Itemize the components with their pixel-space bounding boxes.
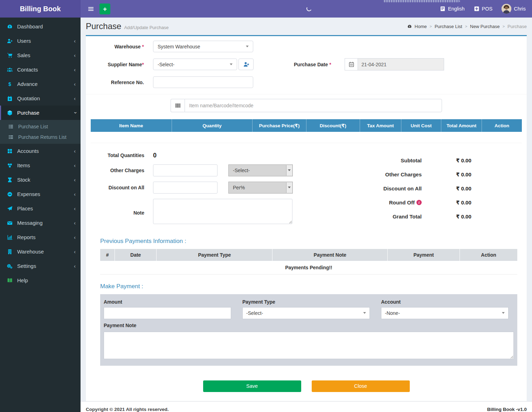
caret-down-icon (288, 169, 291, 171)
sidebar-item-contacts[interactable]: Contacts ‹ (0, 62, 81, 77)
items-table-empty-row (91, 132, 522, 143)
close-button[interactable]: Close (312, 380, 410, 392)
add-supplier-button[interactable] (239, 59, 254, 70)
breadcrumb: Home > Purchase List > New Purchase > Pu… (407, 24, 527, 29)
user-menu[interactable]: Chris (502, 0, 526, 18)
caret-down-icon (230, 63, 233, 65)
cube-icon (6, 110, 13, 116)
supplier-select-value: -Select- (158, 62, 174, 67)
breadcrumb-purchase-list[interactable]: Purchase List (435, 24, 462, 29)
breadcrumb-current: Purchase (507, 24, 527, 29)
building-icon (6, 249, 13, 255)
add-supplier-icon (243, 61, 250, 67)
subtotal-label: Subtotal (344, 157, 422, 163)
purchase-date-input[interactable] (358, 58, 444, 70)
sidebar-item-label: Accounts (17, 148, 39, 154)
pos-plus-icon (474, 6, 479, 12)
page-title: Purchase (86, 21, 121, 31)
save-button[interactable]: Save (203, 380, 301, 392)
sidebar-item-sales[interactable]: Sales ‹ (0, 48, 81, 62)
sidebar-item-places[interactable]: Places ‹ (0, 201, 81, 216)
chevron-left-icon: ‹ (74, 235, 76, 240)
sidebar-item-label: Dashboard (17, 23, 43, 29)
other-charges-input[interactable] (153, 164, 217, 176)
warehouse-select[interactable]: System Warehouse (153, 41, 253, 52)
chevron-left-icon: ‹ (74, 81, 76, 87)
account-select[interactable]: -None- (381, 307, 509, 319)
barcode-icon (175, 103, 181, 108)
content-area: PurchaseAdd/Update Purchase Home > Purch… (81, 18, 532, 412)
sidebar-item-help[interactable]: Help (0, 273, 81, 288)
sidebar-item-quotation[interactable]: Quotation ‹ (0, 91, 81, 106)
minus-circle-icon (6, 191, 13, 197)
chevron-left-icon: ‹ (74, 220, 76, 225)
app-logo[interactable]: Billing Book (0, 0, 81, 18)
item-search-input[interactable] (185, 99, 442, 112)
sidebar-item-accounts[interactable]: Accounts ‹ (0, 144, 81, 158)
sidebar-item-label: Warehouse (17, 249, 44, 255)
note-textarea[interactable] (153, 199, 292, 224)
summary-row-grand-total: Grand Total ₹ 0.00 (344, 210, 495, 224)
info-icon[interactable]: i (416, 200, 422, 205)
chevron-down-icon: ‹ (72, 112, 77, 114)
breadcrumb-new-purchase[interactable]: New Purchase (470, 24, 500, 29)
footer: Copyright © 2021 All rights reserved. Bi… (81, 401, 532, 412)
sidebar-item-stock[interactable]: Stock ‹ (0, 173, 81, 187)
payment-note-textarea[interactable] (104, 332, 514, 359)
language-menu[interactable]: English (440, 0, 465, 18)
totals-summary: Subtotal ₹ 0.00 Other Charges ₹ 0.00 Dis… (344, 152, 495, 229)
breadcrumb-home[interactable]: Home (415, 24, 427, 29)
account-select-value: -None- (385, 310, 400, 316)
page-title-block: PurchaseAdd/Update Purchase (86, 21, 169, 31)
payment-type-select[interactable]: -Select- (242, 307, 370, 319)
item-search-group (171, 99, 442, 112)
discount-on-all-input[interactable] (153, 182, 217, 194)
sidebar-item-purchase-list[interactable]: Purchase List (0, 121, 81, 132)
sidebar-item-advance[interactable]: $ Advance ‹ (0, 77, 81, 91)
sidebar-item-dashboard[interactable]: Dashboard (0, 19, 81, 34)
reference-input[interactable] (153, 76, 253, 88)
sidebar-item-users[interactable]: Users ‹ (0, 34, 81, 48)
breadcrumb-separator: > (429, 24, 431, 28)
sidebar-item-reports[interactable]: Reports ‹ (0, 230, 81, 244)
sidebar-item-label: Purchase List (18, 124, 48, 129)
grid-icon (6, 148, 13, 154)
discount-type-select[interactable]: Per% (228, 182, 293, 194)
calendar-icon (349, 62, 354, 67)
sidebar-item-purchase[interactable]: Purchase ‹ (0, 106, 81, 120)
sidebar-item-label: Quotation (17, 95, 40, 101)
sidebar-item-messaging[interactable]: Messaging ‹ (0, 216, 81, 230)
select-arrow-button (286, 182, 292, 193)
pos-button[interactable]: POS (474, 0, 493, 18)
payment-note-label: Payment Note (104, 323, 514, 328)
previous-payments-table: # Date Payment Type Payment Note Payment… (100, 249, 517, 275)
items-col-action: Action (482, 119, 522, 132)
sidebar-item-warehouse[interactable]: Warehouse ‹ (0, 244, 81, 259)
chevron-left-icon: ‹ (74, 96, 76, 101)
other-charges-label: Other Charges (86, 168, 153, 173)
other-charges-select-value: -Select- (233, 168, 250, 173)
caret-down-icon (246, 46, 249, 47)
bar-chart-icon (6, 235, 13, 240)
quick-add-button[interactable]: + (99, 4, 110, 14)
amount-input[interactable] (104, 307, 231, 319)
sidebar-item-label: Users (17, 38, 31, 44)
supplier-select[interactable]: -Select- (153, 59, 237, 70)
totals-section: Total Quantities 0 Other Charges -Select… (86, 143, 527, 229)
chevron-left-icon: ‹ (74, 53, 76, 58)
payments-header-row: # Date Payment Type Payment Note Payment… (100, 249, 517, 261)
payments-col-type: Payment Type (157, 249, 272, 261)
user-plus-icon (6, 38, 13, 44)
caret-down-icon (502, 312, 505, 314)
sidebar-item-settings[interactable]: Settings ‹ (0, 259, 81, 273)
sidebar-item-items[interactable]: Items ‹ (0, 158, 81, 173)
purchase-form-card: Warehouse * System Warehouse Supplier Na… (86, 35, 527, 401)
sidebar-item-expenses[interactable]: Expenses ‹ (0, 187, 81, 201)
amount-field-group: Amount (104, 299, 231, 319)
version-text: Billing Book -v1.0 (487, 407, 527, 412)
calendar-addon[interactable] (345, 58, 358, 70)
sidebar-item-purchase-returns-list[interactable]: Purchase Returns List (0, 132, 81, 142)
total-quantities-value: 0 (153, 152, 157, 159)
sidebar-toggle-button[interactable] (85, 0, 97, 18)
other-charges-select[interactable]: -Select- (228, 164, 293, 176)
